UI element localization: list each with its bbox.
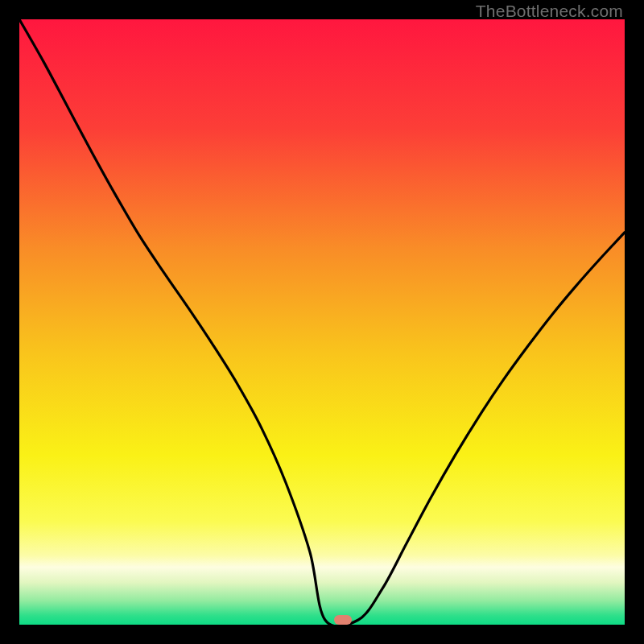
chart-frame: TheBottleneck.com (0, 0, 644, 644)
optimal-point-marker (334, 615, 352, 625)
watermark-text: TheBottleneck.com (476, 2, 623, 21)
plot-area (19, 19, 625, 625)
bottleneck-curve (19, 19, 625, 625)
